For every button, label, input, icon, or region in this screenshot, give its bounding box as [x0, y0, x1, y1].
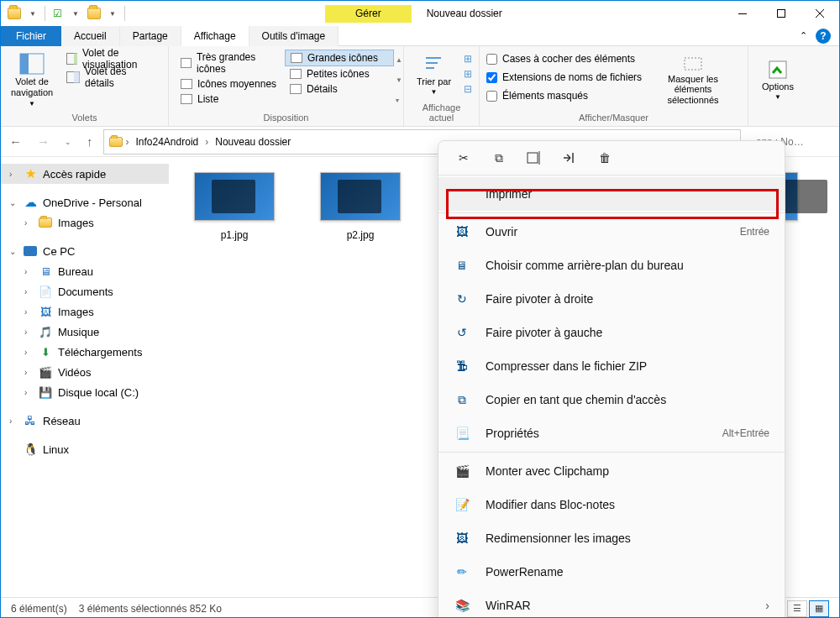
window-title: Nouveau dossier	[427, 8, 502, 19]
tree-documents[interactable]: ›📄Documents	[1, 281, 169, 301]
options-button[interactable]: Options▼	[755, 50, 801, 111]
svg-rect-15	[528, 153, 538, 163]
cut-icon[interactable]: ✂	[455, 149, 472, 166]
rename-icon[interactable]	[526, 149, 543, 166]
ctx-winrar[interactable]: 📚WinRAR›	[438, 589, 785, 618]
ctx-rotate-left[interactable]: ↺Faire pivoter à gauche	[438, 316, 785, 349]
folder-icon	[38, 216, 53, 229]
hidden-items-toggle[interactable]: Éléments masqués	[486, 86, 646, 105]
close-button[interactable]	[801, 1, 839, 26]
tree-videos[interactable]: ›🎬Vidéos	[1, 362, 169, 382]
documents-icon: 📄	[38, 285, 53, 298]
tree-images[interactable]: ›🖼Images	[1, 301, 169, 322]
tree-linux[interactable]: 🐧Linux	[1, 439, 169, 459]
tree-onedrive[interactable]: ⌄☁OneDrive - Personal	[1, 192, 169, 212]
ctx-open[interactable]: 🖼OuvrirEntrée	[438, 215, 785, 249]
open-icon: 🖼	[454, 223, 470, 240]
ctx-resize-images[interactable]: 🖼Redimensionner les images	[438, 521, 785, 555]
view-large-icons-toggle[interactable]: ▦	[809, 600, 829, 617]
tab-view[interactable]: Affichage	[181, 26, 249, 46]
file-extensions-toggle[interactable]: Extensions de noms de fichiers	[486, 68, 646, 86]
winrar-icon: 📚	[454, 597, 470, 614]
crumb-root[interactable]: Info24Android	[133, 136, 202, 148]
layout-extra-large[interactable]: Très grandes icônes	[176, 50, 285, 76]
ctx-copy-path[interactable]: ⧉Copier en tant que chemin d'accès	[438, 383, 785, 416]
layout-list[interactable]: Liste	[176, 92, 285, 107]
crumb-folder[interactable]: Nouveau dossier	[212, 136, 294, 148]
tree-cdrive[interactable]: ›💾Disque local (C:)	[1, 382, 169, 402]
tab-image-tools[interactable]: Outils d'image	[249, 26, 339, 46]
back-button[interactable]: ←	[9, 134, 22, 149]
ctx-notepad[interactable]: 📝Modifier dans Bloc-notes	[438, 488, 785, 521]
checkbox-icon[interactable]: ☑	[50, 7, 64, 20]
svg-rect-1	[778, 10, 785, 18]
resize-icon: 🖼	[454, 530, 470, 547]
tree-downloads[interactable]: ›⬇Téléchargements	[1, 342, 169, 362]
recent-dropdown[interactable]: ⌄	[65, 138, 71, 146]
navigation-pane-button[interactable]: Volet de navigation ▼	[8, 50, 56, 111]
penguin-icon: 🐧	[23, 443, 38, 456]
ctx-powerrename[interactable]: ✏PowerRename	[438, 555, 785, 589]
hide-selected-button[interactable]: Masquer les éléments sélectionnés	[653, 50, 733, 111]
svg-rect-7	[74, 54, 77, 65]
status-selection: 3 éléments sélectionnés 852 Ko	[79, 603, 222, 615]
forward-button[interactable]: →	[37, 134, 50, 149]
fit-columns-icon[interactable]: ⊟	[464, 83, 472, 95]
folder-icon	[109, 137, 123, 147]
desktop-icon: 🖥	[38, 264, 53, 278]
layout-medium[interactable]: Icônes moyennes	[176, 76, 285, 92]
cloud-icon: ☁	[23, 196, 38, 209]
share-icon[interactable]	[561, 149, 578, 166]
layout-gallery[interactable]: Très grandes icônes Icônes moyennes List…	[176, 50, 404, 111]
item-checkboxes-toggle[interactable]: Cases à cocher des éléments	[486, 50, 646, 68]
ctx-properties[interactable]: 📃PropriétésAlt+Entrée	[438, 416, 785, 450]
svg-rect-0	[738, 13, 747, 14]
quick-access-toolbar: ▼ ☑ ▼ ▼	[1, 6, 125, 21]
layout-small[interactable]: Petites icônes	[285, 66, 394, 81]
up-button[interactable]: ↑	[87, 134, 93, 149]
gallery-up-icon[interactable]: ▲	[396, 56, 402, 64]
layout-large[interactable]: Grandes icônes	[285, 50, 394, 66]
group-by-icon[interactable]: ⊞	[464, 53, 472, 65]
ctx-rotate-right[interactable]: ↻Faire pivoter à droite	[438, 282, 785, 316]
gallery-down-icon[interactable]: ▼	[396, 76, 402, 84]
tab-file[interactable]: Fichier	[1, 26, 61, 46]
tree-music[interactable]: ›🎵Musique	[1, 322, 169, 342]
ctx-print[interactable]: Imprimer	[438, 177, 785, 211]
svg-rect-13	[685, 58, 701, 70]
tree-network[interactable]: ›🖧Réseau	[1, 411, 169, 431]
delete-icon[interactable]: 🗑	[596, 149, 613, 166]
qat-dropdown3-icon[interactable]: ▼	[106, 7, 119, 20]
navigation-tree[interactable]: ›★Accès rapide ⌄☁OneDrive - Personal ›Im…	[1, 157, 169, 597]
ctx-compress-zip[interactable]: 🗜Compresser dans le fichier ZIP	[438, 349, 785, 383]
ctx-set-background[interactable]: 🖥Choisir comme arrière-plan du bureau	[438, 249, 785, 282]
view-details-toggle[interactable]: ☰	[787, 600, 807, 617]
tree-desktop[interactable]: ›🖥Bureau	[1, 261, 169, 281]
svg-rect-9	[74, 72, 80, 83]
videos-icon: 🎬	[38, 365, 53, 379]
tree-onedrive-images[interactable]: ›Images	[1, 212, 169, 233]
layout-details[interactable]: Détails	[285, 81, 394, 97]
file-item[interactable]: p2.jpg	[312, 172, 409, 241]
ctx-clipchamp[interactable]: 🎬Monter avec Clipchamp	[438, 454, 785, 488]
copy-icon[interactable]: ⧉	[491, 149, 507, 166]
gallery-more-icon[interactable]: ▾	[396, 97, 402, 104]
collapse-ribbon-icon[interactable]: ⌃	[800, 30, 807, 41]
ribbon: Volet de navigation ▼ Volet de visualisa…	[1, 46, 839, 127]
sort-by-button[interactable]: Trier par▼	[411, 50, 457, 101]
minimize-button[interactable]	[723, 1, 762, 26]
monitor-icon	[23, 244, 38, 258]
tab-home[interactable]: Accueil	[61, 26, 120, 46]
help-icon[interactable]: ?	[816, 29, 831, 44]
maximize-button[interactable]	[762, 1, 801, 26]
details-pane-button[interactable]: Volet des détails	[63, 68, 161, 86]
drive-icon: 💾	[38, 385, 53, 399]
qat-dropdown2-icon[interactable]: ▼	[69, 7, 82, 20]
tree-this-pc[interactable]: ⌄Ce PC	[1, 241, 169, 261]
file-item[interactable]: p1.jpg	[186, 172, 283, 241]
tab-share[interactable]: Partage	[120, 26, 181, 46]
add-column-icon[interactable]: ⊞	[464, 68, 472, 80]
tree-quick-access[interactable]: ›★Accès rapide	[1, 164, 169, 184]
manage-contextual-tab[interactable]: Gérer	[325, 5, 412, 23]
qat-dropdown-icon[interactable]: ▼	[26, 7, 39, 20]
